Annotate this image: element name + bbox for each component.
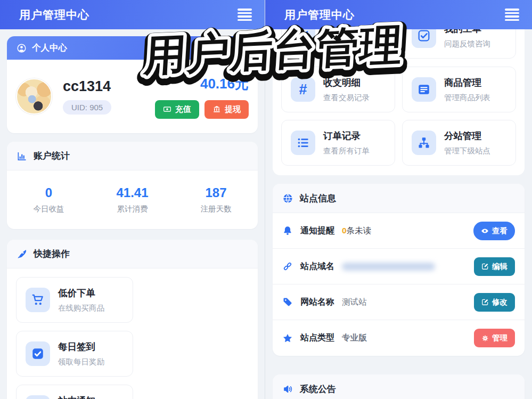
sitemap-icon — [417, 136, 431, 150]
stats-section-title: 账户统计 — [34, 150, 70, 162]
site-info-card: 站点信息 通知提醒 0条未读 查看 站点域名 — [273, 184, 525, 356]
list-icon — [296, 136, 310, 150]
edit-domain-button[interactable]: 编辑 — [474, 257, 515, 276]
stat-days-registered: 187 注册天数 — [174, 185, 258, 214]
recharge-button[interactable]: 充值 — [155, 100, 199, 119]
profile-card-header: 个人中心 — [7, 36, 258, 60]
row-site-type: 站点类型 专业版 管理 — [273, 320, 525, 356]
tile-daily-checkin[interactable]: 每日签到领取每日奖励 — [16, 331, 133, 377]
site-name-value: 测试站 — [342, 297, 367, 308]
avatar — [16, 78, 52, 115]
row-site-name: 网站名称 测试站 修改 — [273, 284, 525, 320]
menu-icon[interactable] — [503, 6, 521, 23]
cart-icon — [31, 293, 45, 307]
right-screen: 用户管理中心 站内通知查看系统消息 我的工单问题反馈咨询 — [265, 0, 532, 399]
globe-icon — [282, 193, 293, 204]
megaphone-icon — [296, 29, 310, 43]
tile-cheap-order[interactable]: 低价下单在线购买商品 — [16, 277, 133, 323]
profile-card: 个人中心 cc1314 UID: 905 40.16元 充值 — [7, 36, 258, 133]
balance-amount: 40.16元 — [155, 75, 249, 93]
site-type-value: 专业版 — [342, 332, 367, 344]
uid-badge: UID: 905 — [63, 100, 111, 115]
gear-icon — [481, 335, 489, 342]
announcement-section-title: 系统公告 — [300, 383, 336, 395]
screenshot-stage: 用户管理中心 个人中心 cc1314 UID: 905 40.16元 — [0, 0, 532, 399]
view-notifications-button[interactable]: 查看 — [473, 222, 515, 240]
menu-icon[interactable] — [235, 6, 254, 23]
edit-icon — [481, 298, 489, 306]
table-icon — [417, 83, 431, 96]
stats-card: 账户统计 0 今日收益 41.41 累计消费 187 注册天数 — [7, 142, 258, 229]
speaker-icon — [282, 384, 293, 395]
tile-transactions[interactable]: # 收支明细查看交易记录 — [281, 67, 395, 112]
tile-site-notice[interactable]: 站内通知查看系统消息 — [16, 385, 133, 399]
unread-count: 0 — [342, 226, 347, 235]
rocket-icon — [17, 249, 27, 259]
stat-today-income: 0 今日收益 — [7, 185, 91, 214]
row-site-domain: 站点域名 编辑 — [273, 249, 525, 284]
tile-product-manage[interactable]: 商品管理管理商品列表 — [402, 67, 516, 112]
check-filled-icon — [31, 347, 45, 361]
left-screen: 用户管理中心 个人中心 cc1314 UID: 905 40.16元 — [0, 0, 265, 399]
bank-icon — [212, 105, 221, 113]
hash-icon: # — [299, 82, 307, 98]
edit-site-name-button[interactable]: 修改 — [474, 293, 515, 312]
check-outline-icon — [417, 29, 431, 43]
eye-icon — [481, 227, 489, 235]
manage-site-type-button[interactable]: 管理 — [474, 329, 515, 347]
username: cc1314 — [63, 78, 111, 95]
quick-actions-card: 快捷操作 低价下单在线购买商品 每日签到领取每日奖励 站内通 — [7, 240, 258, 399]
quick-actions-card-scrolled: 站内通知查看系统消息 我的工单问题反馈咨询 # 收支明细查看交易记录 商品管理管… — [273, 29, 525, 175]
withdraw-button[interactable]: 提现 — [204, 100, 249, 119]
tag-icon — [282, 297, 293, 307]
right-appbar: 用户管理中心 — [265, 0, 532, 29]
tile-order-history[interactable]: 订单记录查看所有订单 — [281, 120, 395, 166]
row-notifications: 通知提醒 0条未读 查看 — [273, 213, 525, 249]
left-appbar: 用户管理中心 — [0, 0, 265, 29]
announcement-card: 系统公告 — [273, 374, 525, 399]
profile-section-title: 个人中心 — [32, 42, 67, 54]
site-section-title: 站点信息 — [300, 192, 336, 205]
tile-site-notice[interactable]: 站内通知查看系统消息 — [281, 29, 395, 59]
edit-icon — [481, 263, 489, 270]
stat-total-spend: 41.41 累计消费 — [91, 185, 174, 214]
star-icon — [282, 333, 293, 344]
quick-section-title: 快捷操作 — [34, 248, 70, 260]
profile-body: cc1314 UID: 905 40.16元 充值 提现 — [7, 60, 258, 133]
banknote-icon — [163, 105, 171, 113]
tile-substation-manage[interactable]: 分站管理管理下级站点 — [402, 120, 516, 166]
domain-masked-value — [342, 263, 435, 271]
tile-my-tickets[interactable]: 我的工单问题反馈咨询 — [402, 29, 516, 59]
link-icon — [282, 261, 293, 272]
person-circle-icon — [17, 43, 27, 53]
bar-chart-icon — [17, 151, 27, 161]
app-title: 用户管理中心 — [19, 7, 89, 22]
bell-icon — [282, 225, 293, 236]
app-title: 用户管理中心 — [284, 7, 355, 22]
